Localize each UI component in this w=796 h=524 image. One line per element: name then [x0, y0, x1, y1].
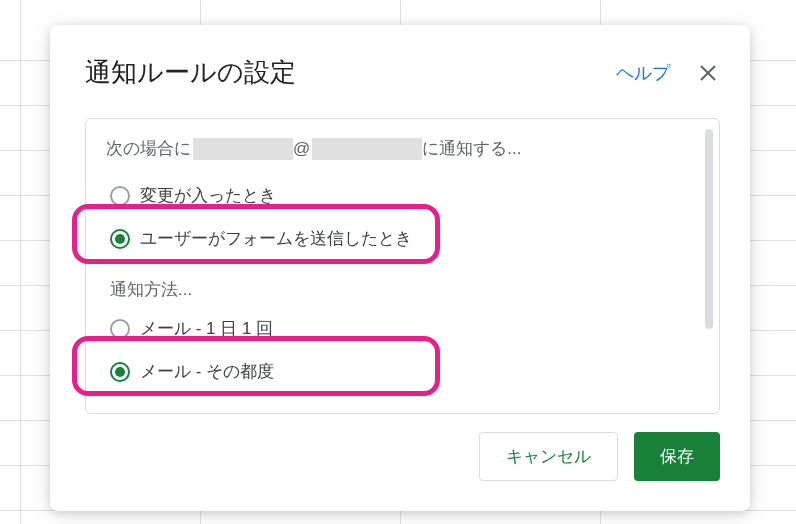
radio-label: ユーザーがフォームを送信したとき: [140, 227, 412, 250]
help-link[interactable]: ヘルプ: [616, 61, 670, 85]
trigger-option-form-submit[interactable]: ユーザーがフォームを送信したとき: [106, 217, 699, 260]
close-icon[interactable]: [696, 61, 720, 85]
radio-icon: [110, 186, 130, 206]
dialog-header: 通知ルールの設定 ヘルプ: [85, 55, 720, 90]
radio-icon: [110, 362, 130, 382]
dialog-title: 通知ルールの設定: [85, 55, 296, 90]
cancel-button[interactable]: キャンセル: [479, 432, 618, 481]
notify-at: @: [293, 139, 310, 159]
header-actions: ヘルプ: [616, 61, 720, 85]
redacted-email-local: [193, 138, 293, 160]
scrollbar-track[interactable]: [705, 129, 713, 357]
radio-icon: [110, 319, 130, 339]
notification-rules-dialog: 通知ルールの設定 ヘルプ 次の場合に @ に通知する... 変更が入ったとき ユ…: [50, 25, 750, 511]
save-button[interactable]: 保存: [634, 432, 720, 481]
notify-prefix: 次の場合に: [106, 137, 191, 160]
redacted-email-domain: [312, 138, 422, 160]
method-option-daily[interactable]: メール - 1 日 1 回: [106, 307, 699, 350]
method-option-immediate[interactable]: メール - その都度: [106, 350, 699, 393]
scrollbar-thumb[interactable]: [705, 129, 713, 329]
dialog-body: 次の場合に @ に通知する... 変更が入ったとき ユーザーがフォームを送信した…: [85, 118, 720, 414]
notify-suffix: に通知する...: [422, 137, 521, 160]
trigger-option-changes[interactable]: 変更が入ったとき: [106, 174, 699, 217]
method-section-label: 通知方法...: [106, 278, 699, 301]
notify-target-line: 次の場合に @ に通知する...: [106, 137, 699, 160]
radio-label: メール - その都度: [140, 360, 274, 383]
radio-icon: [110, 229, 130, 249]
radio-label: メール - 1 日 1 回: [140, 317, 273, 340]
radio-label: 変更が入ったとき: [140, 184, 276, 207]
dialog-footer: キャンセル 保存: [85, 432, 720, 481]
